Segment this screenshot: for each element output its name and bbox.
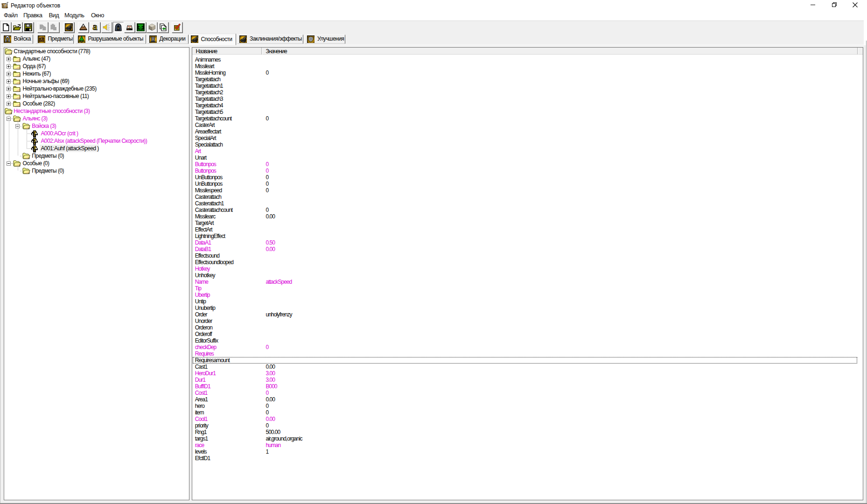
svg-text:a: a — [93, 23, 98, 31]
